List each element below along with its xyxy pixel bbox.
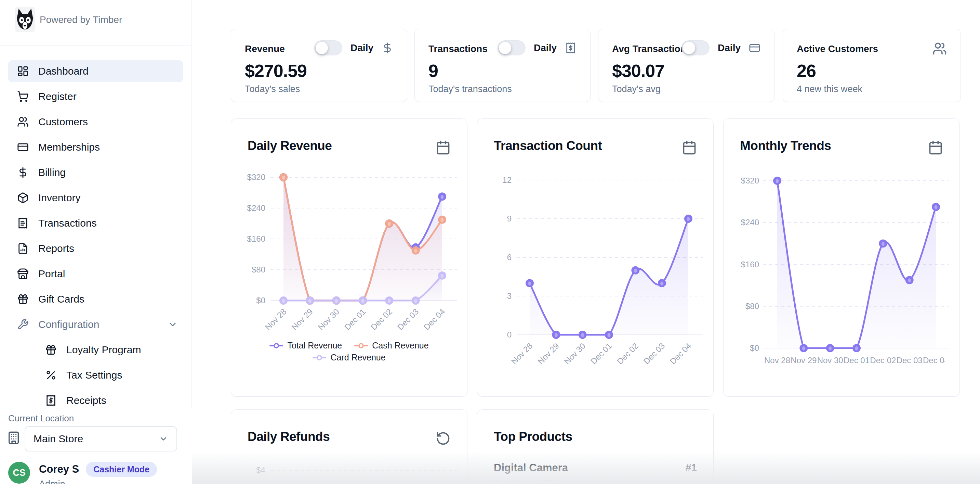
credit-card-icon [17, 141, 29, 153]
svg-text:Dec 01: Dec 01 [843, 356, 870, 365]
sidebar-item-label: Customers [38, 116, 88, 128]
sidebar-item-label: Configuration [38, 319, 99, 330]
daily-refunds-chart: $4 [231, 410, 468, 484]
stat-subtext: Today's transactions [428, 84, 512, 94]
calendar-icon[interactable] [928, 140, 943, 155]
svg-text:Nov 29: Nov 29 [536, 341, 561, 366]
top-products-card: Top Products Digital Camera #1 2 sales $… [477, 409, 714, 484]
legend-marker [269, 343, 283, 348]
sidebar-item-inventory[interactable]: Inventory [8, 187, 183, 209]
stat-label: Avg Transaction [612, 43, 686, 54]
product-revenue: $500 [538, 478, 560, 484]
svg-text:$80: $80 [252, 265, 265, 274]
svg-text:Dec 02: Dec 02 [369, 307, 394, 332]
svg-text:$80: $80 [745, 302, 759, 311]
sidebar-item-billing[interactable]: Billing [8, 161, 183, 184]
chart-legend: Total RevenueCash RevenueCard Revenue [231, 340, 467, 363]
user-profile[interactable]: CS Corey S Cashier Mode Admin [8, 462, 183, 484]
svg-text:$160: $160 [741, 260, 759, 269]
legend-item-card-revenue[interactable]: Card Revenue [313, 353, 385, 363]
transaction-count-chart: 036912Nov 28Nov 29Nov 30Dec 01Dec 02Dec … [477, 119, 714, 397]
svg-text:$160: $160 [247, 234, 265, 243]
card-title: Top Products [494, 430, 573, 444]
legend-label: Total Revenue [287, 340, 342, 350]
timber-logo [15, 7, 35, 32]
daily-toggle[interactable] [498, 40, 525, 56]
daily-toggle[interactable] [681, 40, 710, 56]
svg-text:3: 3 [507, 291, 512, 300]
sidebar-item-label: Gift Cards [38, 293, 84, 305]
svg-text:$0: $0 [750, 343, 759, 353]
stat-card-avg-transaction: Avg Transaction Daily $30.07 Today's avg [598, 29, 775, 102]
daily-toggle[interactable] [314, 40, 342, 56]
svg-text:Nov 28: Nov 28 [263, 307, 288, 332]
stat-card-active-customers: Active Customers 26 4 new this week [783, 29, 961, 102]
sidebar-item-memberships[interactable]: Memberships [8, 136, 183, 158]
svg-text:Nov 30: Nov 30 [817, 356, 843, 365]
product-name: Digital Camera [494, 462, 568, 474]
daily-revenue-card: Daily Revenue $0$80$160$240$320Nov 28Nov… [231, 118, 468, 397]
sidebar-item-label: Register [38, 91, 76, 102]
svg-text:Dec 03: Dec 03 [395, 307, 420, 332]
sidebar: Powered by Timber DashboardRegisterCusto… [0, 0, 191, 484]
svg-text:Dec 04: Dec 04 [668, 341, 693, 366]
sidebar-item-loyalty-program[interactable]: Loyalty Program [8, 339, 183, 361]
svg-text:Dec 03: Dec 03 [897, 356, 923, 365]
svg-text:Nov 30: Nov 30 [562, 341, 587, 366]
sidebar-item-reports[interactable]: Reports [8, 238, 183, 259]
sidebar-item-gift-cards[interactable]: Gift Cards [8, 288, 183, 310]
dollar-sign-icon [382, 42, 393, 54]
sidebar-item-tax-settings[interactable]: Tax Settings [8, 364, 183, 386]
sidebar-item-customers[interactable]: Customers [8, 111, 183, 133]
sidebar-item-transactions[interactable]: Transactions [8, 212, 183, 234]
sidebar-item-dashboard[interactable]: Dashboard [8, 60, 183, 82]
sidebar-item-label: Billing [38, 167, 66, 178]
wrench-icon [17, 319, 29, 330]
sidebar-item-label: Reports [38, 243, 74, 254]
legend-item-total-revenue[interactable]: Total Revenue [269, 340, 342, 350]
monthly-trends-chart: $0$80$160$240$320Nov 28Nov 29Nov 30Dec 0… [724, 119, 960, 397]
stat-label: Active Customers [797, 43, 878, 54]
sidebar-item-portal[interactable]: Portal [8, 263, 183, 285]
sidebar-item-label: Memberships [38, 141, 100, 153]
cashier-mode-badge: Cashier Mode [86, 462, 157, 477]
husky-logo-icon [15, 7, 35, 32]
package-icon [17, 192, 29, 204]
svg-text:Nov 28: Nov 28 [509, 341, 535, 366]
sidebar-item-label: Portal [38, 268, 65, 280]
calendar-icon[interactable] [682, 140, 697, 155]
chart-title: Daily Revenue [248, 139, 332, 153]
chevron-down-icon [159, 434, 168, 444]
user-role: Admin [39, 479, 157, 484]
stat-value: 9 [428, 61, 438, 81]
dollar-sign-icon [17, 167, 29, 178]
legend-marker [354, 343, 368, 348]
sidebar-item-configuration[interactable]: Configuration [8, 313, 183, 335]
svg-text:Dec 01: Dec 01 [343, 307, 368, 332]
sidebar-item-label: Loyalty Program [66, 344, 141, 356]
svg-text:$4: $4 [256, 465, 265, 475]
current-location-label: Current Location [8, 413, 74, 424]
sidebar-item-label: Transactions [38, 217, 97, 229]
svg-text:Dec 03: Dec 03 [641, 341, 667, 366]
svg-text:Dec 04: Dec 04 [422, 307, 447, 332]
calendar-icon[interactable] [436, 140, 451, 155]
legend-item-cash-revenue[interactable]: Cash Revenue [354, 340, 428, 350]
svg-text:6: 6 [507, 252, 512, 262]
svg-text:Dec 02: Dec 02 [870, 356, 896, 365]
users-icon [932, 42, 947, 56]
sidebar-item-register[interactable]: Register [8, 86, 183, 107]
avatar: CS [8, 462, 30, 484]
gift-icon [17, 293, 29, 305]
toggle-label: Daily [534, 42, 557, 53]
stat-label: Transactions [428, 43, 488, 54]
stat-subtext: Today's sales [245, 84, 300, 94]
receipt-dollar-icon [45, 395, 57, 406]
stat-label: Revenue [245, 43, 285, 54]
rotate-ccw-icon[interactable] [436, 431, 451, 446]
shopping-cart-icon [17, 91, 29, 102]
users-icon [17, 116, 29, 128]
location-select[interactable]: Main Store [25, 426, 177, 452]
monthly-trends-card: Monthly Trends $0$80$160$240$320Nov 28No… [723, 118, 960, 397]
sidebar-item-label: Inventory [38, 192, 80, 204]
